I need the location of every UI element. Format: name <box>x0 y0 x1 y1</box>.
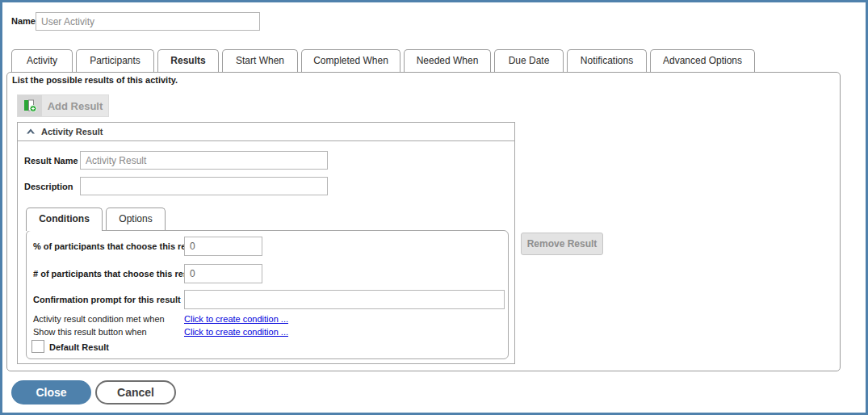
confirmation-prompt-input[interactable] <box>184 290 505 309</box>
result-subtab-bar: Conditions Options <box>26 208 166 231</box>
conditions-panel: % of participants that choose this resul… <box>26 230 509 359</box>
percent-participants-label: % of participants that choose this resul… <box>33 241 202 251</box>
results-tab-panel: List the possible results of this activi… <box>6 72 841 371</box>
show-button-create-link[interactable]: Click to create condition ... <box>184 327 288 337</box>
activity-result-header[interactable]: Activity Result <box>18 123 514 141</box>
tab-completed-when[interactable]: Completed When <box>301 49 400 72</box>
count-participants-label: # of participants that choose this resul… <box>33 269 199 279</box>
tab-due-date[interactable]: Due Date <box>494 49 564 72</box>
default-result-label: Default Result <box>49 342 109 352</box>
tab-results[interactable]: Results <box>157 49 219 73</box>
confirmation-prompt-label: Confirmation prompt for this result <box>33 295 181 304</box>
name-label: Name <box>11 16 36 26</box>
condition-met-label: Activity result condition met when <box>33 314 165 324</box>
tab-bar: Activity Participants Results Start When… <box>11 49 755 73</box>
chevron-up-icon <box>26 128 36 136</box>
condition-met-create-link[interactable]: Click to create condition ... <box>184 314 288 324</box>
tab-participants[interactable]: Participants <box>76 49 154 72</box>
remove-result-button[interactable]: Remove Result <box>521 233 603 255</box>
description-input[interactable] <box>80 177 328 195</box>
tab-needed-when[interactable]: Needed When <box>404 49 491 72</box>
subtab-conditions[interactable]: Conditions <box>26 208 103 231</box>
result-name-label: Result Name <box>24 156 78 166</box>
tab-activity[interactable]: Activity <box>11 49 73 72</box>
default-result-checkbox[interactable] <box>31 340 44 353</box>
show-button-when-label: Show this result button when <box>33 327 147 337</box>
cancel-button[interactable]: Cancel <box>95 380 176 405</box>
add-result-button[interactable]: Add Result <box>17 94 109 117</box>
results-instruction: List the possible results of this activi… <box>12 75 178 85</box>
activity-result-header-label: Activity Result <box>41 127 103 136</box>
result-name-input[interactable] <box>80 151 328 170</box>
document-add-icon <box>18 95 42 116</box>
tab-notifications[interactable]: Notifications <box>567 49 647 72</box>
count-participants-input[interactable] <box>184 264 262 283</box>
name-input[interactable] <box>36 12 260 31</box>
percent-participants-input[interactable] <box>184 237 262 256</box>
activity-settings-dialog: Name Activity Participants Results Start… <box>0 0 868 415</box>
tab-start-when[interactable]: Start When <box>222 49 298 72</box>
description-label: Description <box>24 182 73 191</box>
activity-result-panel: Activity Result Result Name Description … <box>17 122 515 364</box>
close-button[interactable]: Close <box>11 380 91 405</box>
subtab-options[interactable]: Options <box>106 208 166 230</box>
tab-advanced-options[interactable]: Advanced Options <box>650 49 755 72</box>
add-result-label: Add Result <box>42 95 108 116</box>
